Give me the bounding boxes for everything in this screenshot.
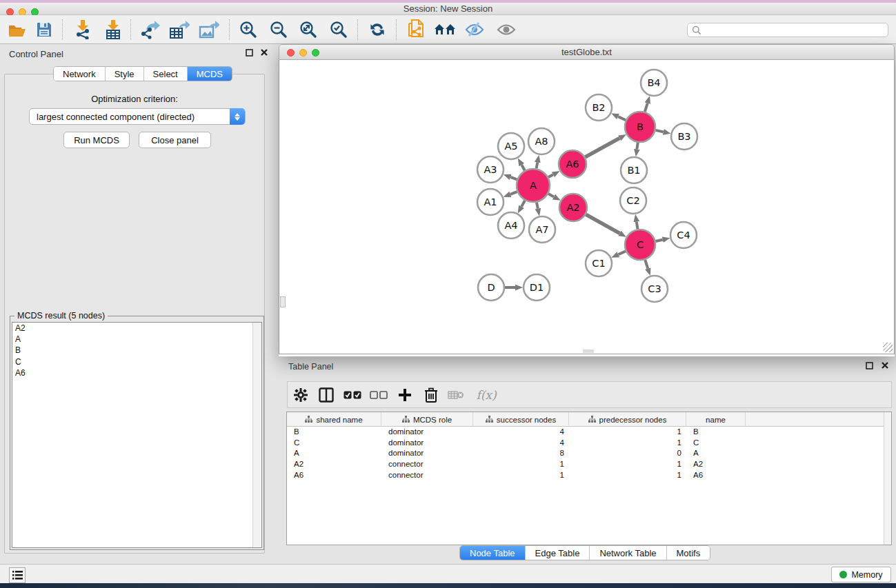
tab-network-table[interactable]: Network Table bbox=[590, 546, 666, 560]
graph-edge-B-B4[interactable] bbox=[645, 103, 648, 112]
zoom-out-icon[interactable] bbox=[268, 19, 290, 41]
mcds-result-item[interactable]: B bbox=[12, 345, 261, 356]
graph-node-B1[interactable]: B1 bbox=[621, 157, 647, 183]
mcds-list-scrollbar[interactable] bbox=[252, 323, 261, 548]
graph-edge-A-A3[interactable] bbox=[510, 177, 517, 180]
float-panel-icon[interactable] bbox=[246, 49, 253, 59]
graph-node-D1[interactable]: D1 bbox=[524, 274, 550, 301]
column-header-predecessor-nodes[interactable]: predecessor nodes bbox=[569, 412, 686, 427]
export-network-icon[interactable] bbox=[139, 19, 161, 41]
graph-node-A[interactable]: A bbox=[517, 169, 550, 202]
graph-edge-A-A8[interactable] bbox=[537, 162, 538, 168]
import-network-icon[interactable] bbox=[72, 19, 94, 41]
graph-edge-B-B3[interactable] bbox=[655, 130, 663, 132]
graph-edge-B-B2[interactable] bbox=[618, 116, 626, 120]
graph-edge-A2-C[interactable] bbox=[586, 214, 619, 233]
network-canvas[interactable]: AA1A2A3A4A5A6A7A8BB1B2B3B4CC1C2C3C4DD1 bbox=[279, 60, 895, 354]
network-horizontal-scrollbar[interactable] bbox=[583, 349, 594, 353]
hide-graphics-details-icon[interactable] bbox=[464, 19, 486, 41]
tab-select[interactable]: Select bbox=[144, 67, 188, 81]
graph-node-C1[interactable]: C1 bbox=[586, 250, 612, 276]
graph-edge-A-A2[interactable] bbox=[548, 194, 554, 196]
home-layout-icon[interactable] bbox=[434, 19, 456, 41]
run-mcds-button[interactable]: Run MCDS bbox=[63, 132, 130, 148]
column-header-MCDS-role[interactable]: MCDS role bbox=[381, 412, 473, 427]
split-panel-icon[interactable] bbox=[315, 384, 337, 406]
export-image-icon[interactable] bbox=[198, 19, 220, 41]
add-column-icon[interactable] bbox=[394, 384, 416, 406]
graph-edge-A-A5[interactable] bbox=[521, 165, 525, 170]
graph-node-A6[interactable]: A6 bbox=[559, 150, 586, 178]
memory-button[interactable]: Memory bbox=[831, 567, 891, 582]
tab-motifs[interactable]: Motifs bbox=[667, 546, 710, 560]
delete-table-icon[interactable] bbox=[445, 384, 467, 406]
graph-node-D[interactable]: D bbox=[478, 274, 504, 301]
mcds-result-item[interactable]: C bbox=[12, 356, 261, 367]
table-row[interactable]: Adominator80A bbox=[287, 448, 891, 459]
table-row[interactable]: A2connector11A2 bbox=[287, 459, 891, 470]
graph-edge-B-B1[interactable] bbox=[637, 143, 637, 150]
network-vertical-scrollbar[interactable] bbox=[280, 296, 286, 307]
graph-node-A3[interactable]: A3 bbox=[477, 156, 504, 183]
deselect-all-columns-icon[interactable] bbox=[368, 384, 390, 406]
graph-node-B2[interactable]: B2 bbox=[586, 94, 612, 121]
export-table-icon[interactable] bbox=[168, 19, 190, 41]
tab-network[interactable]: Network bbox=[54, 67, 106, 81]
graph-node-B4[interactable]: B4 bbox=[641, 70, 667, 96]
graph-node-B3[interactable]: B3 bbox=[671, 123, 697, 150]
column-header-successor-nodes[interactable]: successor nodes bbox=[473, 412, 569, 427]
zoom-in-icon[interactable] bbox=[237, 19, 259, 41]
delete-column-icon[interactable] bbox=[420, 384, 442, 406]
graph-node-A1[interactable]: A1 bbox=[477, 189, 504, 215]
close-table-panel-icon[interactable] bbox=[881, 361, 889, 372]
table-row[interactable]: Bdominator41B bbox=[287, 427, 891, 438]
mcds-result-item[interactable]: A2 bbox=[12, 323, 261, 334]
import-table-icon[interactable] bbox=[102, 19, 124, 41]
graph-node-A2[interactable]: A2 bbox=[559, 194, 587, 221]
float-table-panel-icon[interactable] bbox=[866, 362, 873, 372]
graph-node-B[interactable]: B bbox=[625, 112, 655, 142]
tab-mcds[interactable]: MCDS bbox=[188, 67, 232, 81]
zoom-fit-icon[interactable] bbox=[297, 19, 319, 41]
table-row[interactable]: A6connector11A6 bbox=[287, 470, 891, 481]
graph-edge-A6-B[interactable] bbox=[585, 138, 619, 156]
tab-node-table[interactable]: Node Table bbox=[460, 546, 526, 560]
tab-edge-table[interactable]: Edge Table bbox=[526, 546, 590, 560]
search-input[interactable] bbox=[687, 23, 888, 37]
graph-edge-C-C3[interactable] bbox=[645, 260, 648, 269]
graph-edge-C-C4[interactable] bbox=[655, 240, 662, 241]
maximize-network-window-icon[interactable] bbox=[312, 49, 319, 57]
graph-node-A8[interactable]: A8 bbox=[528, 128, 555, 154]
graph-edge-A-A6[interactable] bbox=[548, 174, 553, 177]
graph-node-C3[interactable]: C3 bbox=[641, 276, 668, 302]
refresh-icon[interactable] bbox=[366, 19, 388, 41]
mcds-result-item[interactable]: A6 bbox=[12, 367, 261, 378]
graph-edge-C-C1[interactable] bbox=[618, 251, 626, 254]
zoom-selected-icon[interactable] bbox=[328, 19, 350, 41]
graph-node-C[interactable]: C bbox=[625, 230, 655, 260]
table-row[interactable]: Cdominator41C bbox=[287, 438, 891, 449]
task-history-button[interactable] bbox=[9, 567, 26, 583]
graph-edge-A-A1[interactable] bbox=[510, 192, 517, 194]
gear-icon[interactable] bbox=[290, 384, 312, 406]
new-network-icon[interactable] bbox=[406, 19, 428, 41]
minimize-network-window-icon[interactable] bbox=[299, 49, 307, 57]
column-header-shared-name[interactable]: shared name bbox=[287, 412, 381, 427]
network-resize-grip[interactable] bbox=[883, 343, 893, 352]
close-panel-button[interactable]: Close panel bbox=[139, 132, 211, 148]
graph-node-C2[interactable]: C2 bbox=[620, 187, 646, 214]
open-file-icon[interactable] bbox=[6, 19, 28, 41]
graph-edge-C-C2[interactable] bbox=[637, 222, 638, 230]
table-scrollbar[interactable] bbox=[884, 412, 891, 545]
save-session-icon[interactable] bbox=[33, 19, 55, 41]
graph-edge-A-A7[interactable] bbox=[537, 202, 538, 208]
mcds-result-item[interactable]: A bbox=[12, 334, 261, 345]
graph-edge-A-A4[interactable] bbox=[521, 201, 525, 207]
column-header-name[interactable]: name bbox=[686, 412, 746, 427]
close-panel-icon[interactable] bbox=[260, 48, 268, 59]
criterion-dropdown[interactable]: largest connected component (directed) bbox=[29, 108, 246, 125]
function-builder-icon[interactable]: f(x) bbox=[471, 384, 501, 406]
tab-style[interactable]: Style bbox=[106, 67, 144, 81]
graph-node-C4[interactable]: C4 bbox=[670, 222, 697, 248]
show-graphics-details-icon[interactable] bbox=[495, 19, 517, 41]
